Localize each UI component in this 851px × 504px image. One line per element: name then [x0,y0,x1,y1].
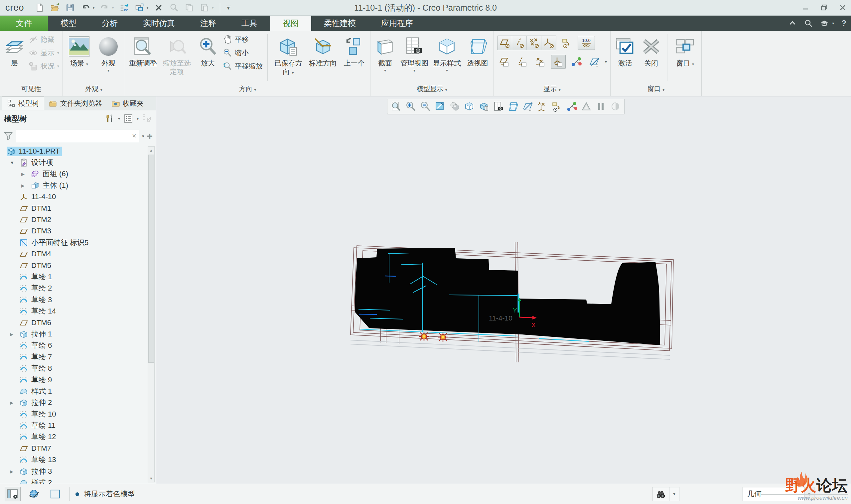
close-window-ribbon-button[interactable]: 关闭 [638,32,664,68]
tree-item[interactable]: DTM3 [0,226,156,237]
tree-item[interactable]: DTM2 [0,214,156,226]
paste-button[interactable] [199,2,210,13]
refit-toolbar-button[interactable] [389,100,403,113]
tree-item[interactable]: DTM7 [0,443,156,454]
search-model-dropdown[interactable]: ▾ [670,487,679,501]
perspective-toolbar-button[interactable] [506,100,520,113]
point-tag-toggle[interactable] [533,55,548,69]
search-options-dropdown[interactable]: ▾ [142,134,144,139]
save-button[interactable] [65,2,75,13]
status-button[interactable]: 状况▾ [27,61,60,71]
tab-模型[interactable]: 模型 [48,16,89,31]
learning-icon[interactable] [820,19,829,28]
expand-arrow[interactable]: ▶ [21,183,31,188]
plane-display-toggle[interactable] [497,36,512,50]
annotation-display-button[interactable] [520,100,535,113]
plane-tag-toggle[interactable] [497,55,512,69]
tree-item[interactable]: 草绘 12 [0,432,156,443]
add-filter-button[interactable]: + [147,131,153,141]
tab-分析[interactable]: 分析 [89,16,130,31]
csys-display-toggle[interactable] [542,36,556,50]
sections-button[interactable]: 截面 ▾ [372,32,398,73]
tree-item[interactable]: ▶ 面组 (6) [0,168,156,180]
show-button[interactable]: 显示▾ [27,48,60,58]
activate-button[interactable]: 激活 [613,32,638,68]
tab-工具[interactable]: 工具 [229,16,270,31]
help-icon[interactable]: ? [841,19,846,28]
clear-search-icon[interactable]: × [132,132,136,140]
tab-实时仿真[interactable]: 实时仿真 [130,16,188,31]
navigator-tab-模型树[interactable]: 模型树 [2,96,44,110]
refit-button[interactable]: 重新调整 [127,32,159,68]
point-display-toggle[interactable] [527,36,542,50]
tree-item[interactable]: ▶ 主体 (1) [0,180,156,191]
show-more-dropdown[interactable]: ▾ [605,59,607,64]
tree-scrollbar[interactable]: ▲ ▼ [148,146,155,482]
zoom-out-toolbar-button[interactable] [418,100,433,113]
manage-views-button[interactable]: 管理视图 ▾ [398,32,430,73]
tree-item[interactable]: 样式 1 [0,386,156,397]
navigator-tab-收藏夹[interactable]: 收藏夹 [107,96,148,110]
close-window-button[interactable] [153,2,164,13]
tree-item[interactable]: DTM4 [0,249,156,260]
minimize-button[interactable] [800,3,811,13]
scroll-up-arrow[interactable]: ▲ [148,147,154,154]
selection-filter-combobox[interactable]: 几何 [743,487,804,501]
tree-item[interactable]: 草绘 14 [0,306,156,317]
expand-arrow[interactable]: ▶ [21,172,31,177]
restore-button[interactable] [819,3,829,13]
annotation-plane-toggle[interactable] [587,55,602,69]
tree-item[interactable]: DTM5 [0,260,156,271]
stop-button[interactable] [608,100,623,113]
zoom-to-selected-button[interactable]: 缩放至选定项 [160,32,194,76]
scroll-thumb[interactable] [148,155,154,363]
tree-item[interactable]: 草绘 7 [0,352,156,363]
tree-item[interactable]: 草绘 6 [0,340,156,352]
tree-item[interactable]: 草绘 11 [0,420,156,431]
dragger-button[interactable] [579,100,593,113]
tree-display-icon[interactable] [142,114,152,124]
tree-item[interactable]: DTM1 [0,203,156,214]
navigator-tab-文件夹浏览器[interactable]: 文件夹浏览器 [44,96,107,110]
paste-dropdown[interactable]: ▾ [212,5,214,10]
saved-orientations-button[interactable]: 已保存方向 ▾ [271,32,306,77]
dimension-display-toggle[interactable]: 10.0 [578,36,595,50]
windows-button[interactable]: 窗口 ▾ [671,32,699,69]
selection-filter-dropdown[interactable]: ▾ [804,487,814,501]
tree-item[interactable]: 草绘 13 [0,454,156,466]
undo-button[interactable] [80,2,91,13]
tree-item[interactable]: ▶ 拉伸 1 [0,328,156,340]
redo-dropdown[interactable]: ▾ [112,5,114,10]
tree-item[interactable]: ▶ 拉伸 2 [0,397,156,409]
browser-toggle-button[interactable] [26,487,42,501]
tree-filters-icon[interactable] [123,114,134,124]
zoom-out-button[interactable]: 缩小 [221,48,264,58]
shading-button[interactable] [447,100,462,113]
standard-orientation-button[interactable]: 标准方向 [306,32,339,68]
tree-item[interactable]: 草绘 9 [0,374,156,386]
window-switch-button[interactable] [134,2,145,13]
tree-tools-icon[interactable] [105,114,115,124]
zoom-in-button[interactable]: 放大 [195,32,221,68]
annotation-select-toggle[interactable] [560,36,574,50]
scene-button[interactable]: 场景 ▾ [65,32,93,69]
pause-button[interactable] [593,100,608,113]
search-model-button[interactable] [652,487,670,501]
tab-视图[interactable]: 视图 [270,16,311,31]
navigator-toggle-button[interactable] [5,487,21,501]
hide-button[interactable]: 隐藏 [27,34,60,45]
expand-arrow[interactable]: ▶ [10,332,19,337]
display-style-toolbar-button[interactable] [462,100,477,113]
tag-display-button[interactable] [550,100,564,113]
saved-orientations-toolbar-button[interactable] [477,100,491,113]
view-manager-button[interactable] [491,100,506,113]
appearances-button[interactable]: 外观 ▾ [94,32,123,73]
learning-dropdown[interactable]: ▾ [832,21,834,25]
tree-item[interactable]: ▼ 设计项 [0,157,156,168]
new-file-button[interactable] [34,2,45,13]
pan-zoom-button[interactable]: 平移缩放 [221,61,264,71]
open-button[interactable] [50,2,60,13]
zoom-in-toolbar-button[interactable] [403,100,418,113]
undo-dropdown[interactable]: ▾ [93,5,95,10]
pan-button[interactable]: 平移 [221,34,264,45]
